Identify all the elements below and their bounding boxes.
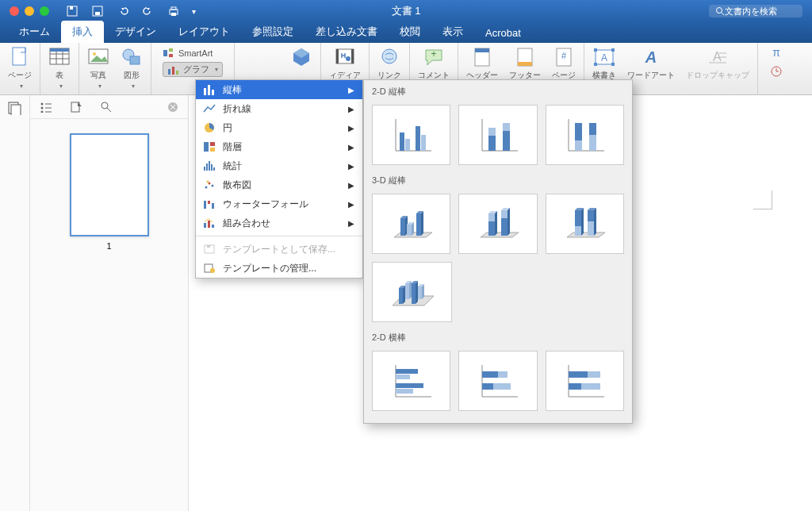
search-box[interactable] — [709, 5, 802, 17]
chart-option-stacked-column-3d[interactable] — [458, 194, 537, 254]
date-time-icon[interactable] — [769, 65, 783, 78]
comment-icon: + — [423, 46, 445, 68]
chart-option-100-stacked-column-2d[interactable] — [546, 105, 624, 165]
svg-text:#: # — [561, 51, 567, 60]
svg-point-62 — [102, 102, 108, 109]
ribbon-shapes-button[interactable]: 図形▾ — [121, 46, 143, 90]
svg-rect-108 — [575, 140, 582, 151]
svg-rect-123 — [405, 283, 409, 299]
chevron-right-icon: ▶ — [348, 200, 354, 209]
svg-rect-121 — [588, 221, 594, 236]
svg-rect-83 — [204, 201, 206, 209]
svg-rect-86 — [204, 223, 206, 228]
menu-waterfall[interactable]: ウォーターフォール▶ — [196, 194, 362, 213]
header-icon — [471, 46, 493, 68]
chevron-right-icon: ▶ — [348, 105, 354, 113]
close-panel-icon[interactable] — [167, 102, 178, 113]
svg-text:+: + — [431, 48, 436, 60]
ribbon-comment-button[interactable]: +コメント — [418, 46, 450, 81]
print-icon[interactable] — [167, 4, 181, 18]
chevron-down-icon: ▾ — [215, 66, 218, 73]
tab-design[interactable]: デザイン — [104, 21, 167, 43]
equation-icon[interactable]: π — [769, 46, 783, 59]
tab-mailings[interactable]: 差し込み文書 — [304, 21, 389, 43]
titlebar: ▾ 文書 1 — [0, 0, 812, 22]
menu-line[interactable]: 折れ線▶ — [196, 99, 362, 118]
chart-option-clustered-column-3d[interactable] — [372, 194, 450, 254]
quick-access-toolbar: ▾ — [59, 4, 202, 18]
ribbon-wordart-button[interactable]: Aワードアート — [627, 46, 675, 81]
tab-home[interactable]: ホーム — [8, 21, 61, 43]
maximize-window-icon[interactable] — [40, 6, 49, 16]
thumbnails-toggle-icon[interactable] — [0, 95, 29, 115]
ribbon-pages-button[interactable]: ページ▾ — [8, 46, 32, 90]
markup-icon[interactable] — [70, 101, 82, 113]
ribbon-page-number-button[interactable]: #ページ — [552, 46, 576, 81]
chart-option-stacked-column-2d[interactable] — [458, 105, 537, 165]
svg-point-55 — [41, 102, 44, 105]
menu-pie[interactable]: 円▶ — [196, 118, 362, 137]
svg-rect-136 — [482, 383, 493, 390]
find-icon[interactable] — [100, 101, 113, 113]
chart-option-stacked-bar-2d[interactable] — [458, 351, 537, 411]
search-icon — [715, 6, 725, 16]
submenu-header-3d-column: 3-D 縦棒 — [364, 169, 632, 190]
svg-rect-3 — [95, 12, 100, 15]
tab-references[interactable]: 参照設定 — [241, 21, 304, 43]
svg-rect-23 — [168, 69, 170, 75]
menu-combo[interactable]: 組み合わせ▶ — [196, 213, 362, 232]
tab-layout[interactable]: レイアウト — [167, 21, 241, 43]
chart-option-clustered-column-2d[interactable] — [372, 105, 450, 165]
ribbon-smartart-button[interactable]: SmartArt — [163, 48, 213, 59]
chart-option-100-stacked-bar-2d[interactable] — [546, 351, 624, 411]
save-icon[interactable] — [90, 4, 105, 18]
svg-rect-27 — [336, 49, 339, 63]
tab-review[interactable]: 校閲 — [389, 21, 431, 43]
svg-rect-96 — [405, 139, 410, 151]
svg-point-92 — [210, 268, 215, 273]
ribbon-chart-button[interactable]: グラフ▾ — [163, 62, 223, 77]
menu-separator — [196, 236, 362, 236]
dropcap-icon: A — [707, 46, 729, 68]
svg-rect-6 — [171, 13, 176, 16]
qat-customize-icon[interactable]: ▾ — [192, 7, 196, 16]
line-chart-icon — [201, 102, 218, 116]
outline-icon[interactable] — [40, 102, 52, 113]
ribbon-pictures-button[interactable]: 写真▾ — [87, 46, 109, 90]
tab-acrobat[interactable]: Acrobat — [474, 23, 532, 43]
menu-column[interactable]: 縦棒▶ — [196, 80, 362, 99]
ribbon-3d-model-button[interactable]: X — [290, 46, 312, 79]
svg-rect-120 — [588, 210, 594, 221]
ribbon-table-button[interactable]: 表▾ — [48, 46, 71, 90]
svg-rect-72 — [210, 142, 215, 146]
chart-option-100-stacked-column-3d[interactable] — [546, 194, 624, 254]
ribbon-header-button[interactable]: ヘッダー — [466, 46, 498, 81]
menu-statistic[interactable]: 統計▶ — [196, 156, 362, 175]
chevron-down-icon: ▾ — [132, 83, 135, 90]
menu-hierarchy[interactable]: 階層▶ — [196, 137, 362, 156]
svg-rect-95 — [400, 133, 404, 151]
ribbon-textbox-button[interactable]: A横書き — [592, 46, 616, 81]
undo-icon[interactable] — [116, 4, 130, 18]
ribbon-footer-button[interactable]: フッター — [509, 46, 541, 81]
chart-option-clustered-bar-2d[interactable] — [372, 351, 450, 411]
waterfall-chart-icon — [201, 197, 218, 211]
menu-scatter[interactable]: 散布図▶ — [196, 175, 362, 194]
minimize-window-icon[interactable] — [25, 6, 34, 16]
search-input[interactable] — [725, 6, 796, 16]
svg-rect-110 — [589, 135, 596, 151]
page-icon — [9, 46, 31, 68]
tab-insert[interactable]: 挿入 — [61, 21, 104, 43]
page-thumbnail[interactable] — [70, 133, 149, 236]
ribbon-dropcap-button[interactable]: Aドロップキャップ — [686, 46, 749, 81]
svg-rect-84 — [208, 201, 210, 204]
chart-option-column-3d[interactable] — [372, 262, 452, 322]
tab-view[interactable]: 表示 — [431, 21, 474, 43]
chevron-right-icon: ▶ — [348, 219, 354, 228]
close-window-icon[interactable] — [10, 6, 19, 16]
autosave-icon[interactable] — [65, 4, 79, 18]
redo-icon[interactable] — [141, 4, 155, 18]
menu-manage-templates[interactable]: テンプレートの管理... — [196, 259, 362, 278]
svg-rect-76 — [209, 161, 210, 171]
svg-rect-87 — [208, 221, 210, 228]
